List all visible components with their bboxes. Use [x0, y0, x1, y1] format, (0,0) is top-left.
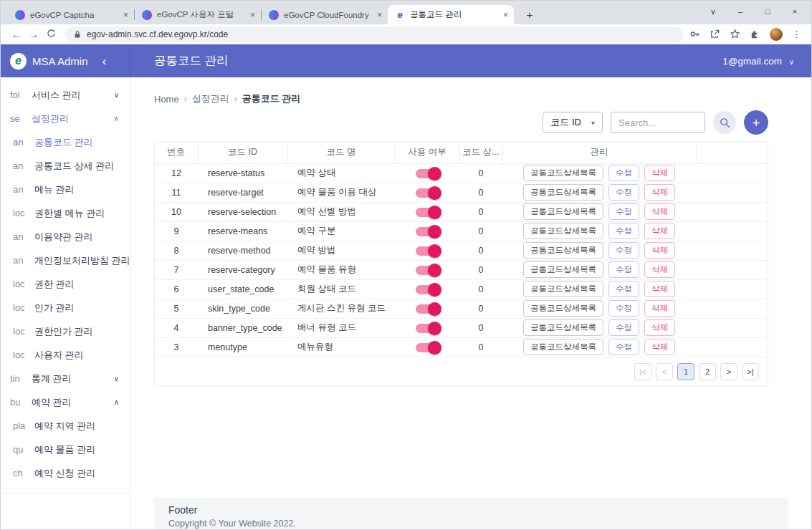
- column-header: 코드 명: [287, 142, 395, 163]
- delete-button[interactable]: 삭제: [644, 319, 675, 336]
- detail-list-button[interactable]: 공통코드상세목록: [523, 165, 603, 181]
- use-toggle[interactable]: [416, 169, 439, 178]
- use-toggle[interactable]: [416, 188, 439, 198]
- key-icon[interactable]: [689, 29, 700, 39]
- delete-button[interactable]: 삭제: [644, 339, 675, 355]
- detail-list-button[interactable]: 공통코드상세목록: [523, 184, 603, 201]
- breadcrumb: Home › 설정관리 › 공통코드 관리: [154, 92, 768, 105]
- browser-tab[interactable]: eGovCP CloudFoundry×: [262, 5, 388, 24]
- sidebar-item-공통코드 상세 관리[interactable]: an공통코드 상세 관리: [1, 154, 130, 178]
- sidebar-item-label: 권한 관리: [34, 278, 75, 291]
- detail-list-button[interactable]: 공통코드상세목록: [523, 281, 603, 297]
- sidebar-item-설정관리[interactable]: se설정관리∧: [1, 107, 130, 130]
- page-1-button[interactable]: 1: [677, 363, 694, 380]
- sidebar-item-사용자 관리[interactable]: loc사용자 관리: [1, 343, 130, 367]
- use-toggle[interactable]: [416, 246, 439, 256]
- forward-icon[interactable]: →: [25, 29, 42, 40]
- back-icon[interactable]: ←: [8, 29, 25, 40]
- delete-button[interactable]: 삭제: [644, 281, 675, 297]
- detail-list-button[interactable]: 공통코드상세목록: [523, 319, 603, 336]
- address-pill[interactable]: egov-admin.svc.cf.dev.egovp.kr/code: [65, 26, 684, 42]
- sidebar-item-icon: loc: [13, 350, 29, 360]
- extensions-puzzle-icon[interactable]: [750, 29, 760, 39]
- search-input[interactable]: [611, 112, 705, 133]
- edit-button[interactable]: 수정: [608, 242, 639, 259]
- detail-list-button[interactable]: 공통코드상세목록: [523, 300, 603, 317]
- use-toggle[interactable]: [416, 285, 439, 294]
- delete-button[interactable]: 삭제: [644, 203, 675, 220]
- detail-list-button[interactable]: 공통코드상세목록: [523, 242, 603, 259]
- table-row: 12reserve-status예약 상태0공통코드상세목록수정삭제: [155, 163, 768, 183]
- sidebar-item-개인정보처리방침 관리[interactable]: an개인정보처리방침 관리: [1, 249, 130, 272]
- sidebar-item-이용약관 관리[interactable]: an이용약관 관리: [1, 225, 130, 249]
- tab-search-icon[interactable]: ∨: [699, 7, 727, 16]
- profile-avatar[interactable]: [770, 28, 783, 41]
- edit-button[interactable]: 수정: [608, 223, 639, 239]
- sidebar-item-권한인가 관리[interactable]: loc권한인가 관리: [1, 319, 130, 343]
- search-field-select[interactable]: 코드 ID ▾: [543, 112, 603, 133]
- sidebar-item-공통코드 관리[interactable]: an공통코드 관리: [1, 130, 130, 154]
- share-icon[interactable]: [710, 29, 720, 39]
- sidebar-item-예약 지역 관리[interactable]: pla예약 지역 관리: [1, 414, 130, 438]
- search-button[interactable]: [713, 111, 736, 134]
- page-2-button[interactable]: 2: [699, 363, 716, 380]
- detail-list-button[interactable]: 공통코드상세목록: [523, 223, 603, 239]
- edit-button[interactable]: 수정: [608, 339, 639, 355]
- edit-button[interactable]: 수정: [608, 184, 639, 201]
- breadcrumb-home[interactable]: Home: [154, 94, 179, 105]
- add-code-button[interactable]: +: [744, 110, 768, 135]
- sidebar-item-권한 관리[interactable]: loc권한 관리: [1, 272, 130, 296]
- user-menu[interactable]: 1@gmail.com ∨: [722, 56, 794, 67]
- edit-button[interactable]: 수정: [608, 319, 639, 336]
- first-page-button: |<: [634, 363, 651, 380]
- bookmark-star-icon[interactable]: [730, 29, 740, 39]
- detail-list-button[interactable]: 공통코드상세목록: [523, 261, 603, 278]
- browser-tab[interactable]: eGovCP Captcha×: [8, 5, 134, 24]
- sidebar-item-메뉴 관리[interactable]: an메뉴 관리: [1, 178, 130, 201]
- delete-button[interactable]: 삭제: [644, 242, 675, 259]
- edit-button[interactable]: 수정: [608, 300, 639, 317]
- sidebar-item-예약 관리[interactable]: bu예약 관리∧: [1, 390, 130, 414]
- maximize-button[interactable]: □: [754, 7, 781, 16]
- cell-code-id: reserve-status: [198, 163, 287, 183]
- sidebar-item-통계 관리[interactable]: tin통계 관리∨: [1, 367, 130, 390]
- reload-icon[interactable]: [42, 29, 59, 40]
- use-toggle[interactable]: [416, 343, 439, 352]
- close-button[interactable]: ×: [781, 7, 808, 16]
- use-toggle[interactable]: [416, 227, 439, 236]
- next-page-button[interactable]: >: [720, 363, 737, 380]
- tab-close-icon[interactable]: ×: [503, 10, 508, 20]
- edit-button[interactable]: 수정: [608, 165, 639, 181]
- edit-button[interactable]: 수정: [608, 261, 639, 278]
- last-page-button[interactable]: >|: [742, 363, 759, 380]
- delete-button[interactable]: 삭제: [644, 165, 675, 181]
- sidebar-item-인가 관리[interactable]: loc인가 관리: [1, 296, 130, 319]
- sidebar-item-예약 신청 관리[interactable]: ch예약 신청 관리: [1, 461, 130, 485]
- use-toggle[interactable]: [416, 208, 439, 217]
- sidebar-collapse-icon[interactable]: ‹: [102, 55, 107, 67]
- delete-button[interactable]: 삭제: [644, 223, 675, 239]
- tab-close-icon[interactable]: ×: [250, 10, 255, 20]
- sidebar-item-서비스 관리[interactable]: fol서비스 관리∨: [1, 83, 130, 107]
- minimize-button[interactable]: –: [727, 7, 754, 16]
- delete-button[interactable]: 삭제: [644, 184, 675, 201]
- edit-button[interactable]: 수정: [608, 281, 639, 297]
- browser-menu-icon[interactable]: ⋮: [792, 29, 801, 39]
- use-toggle[interactable]: [416, 304, 439, 314]
- detail-list-button[interactable]: 공통코드상세목록: [523, 203, 603, 220]
- tab-close-icon[interactable]: ×: [377, 10, 382, 20]
- browser-tab[interactable]: e공통코드 관리×: [388, 5, 514, 24]
- breadcrumb-settings[interactable]: 설정관리: [192, 92, 229, 105]
- delete-button[interactable]: 삭제: [644, 261, 675, 278]
- use-toggle[interactable]: [416, 324, 439, 333]
- tab-close-icon[interactable]: ×: [123, 10, 128, 20]
- delete-button[interactable]: 삭제: [644, 300, 675, 317]
- new-tab-button[interactable]: +: [521, 9, 538, 21]
- detail-list-button[interactable]: 공통코드상세목록: [523, 339, 603, 355]
- use-toggle[interactable]: [416, 266, 439, 275]
- sidebar-item-예약 물품 관리[interactable]: qu예약 물품 관리: [1, 438, 130, 461]
- browser-tab[interactable]: eGovCP 사용자 포털×: [135, 5, 261, 24]
- edit-button[interactable]: 수정: [608, 203, 639, 220]
- sidebar-item-권한별 메뉴 관리[interactable]: loc권한별 메뉴 관리: [1, 201, 130, 225]
- sidebar-item-icon: se: [10, 113, 26, 124]
